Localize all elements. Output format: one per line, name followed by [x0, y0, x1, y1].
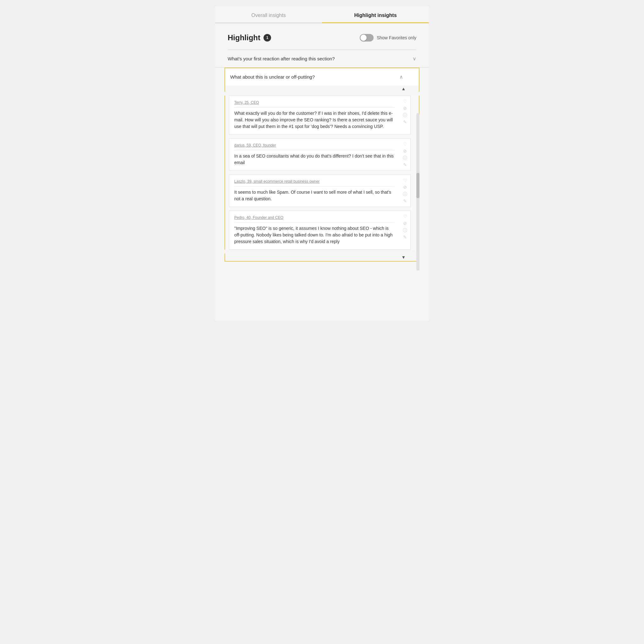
- respondent-name-2[interactable]: darius, 59, CEO, founder: [234, 143, 395, 150]
- response-text-3: It seems to much like Spam. Of course I …: [234, 189, 395, 202]
- response-card-1: Terry, 25, CEO What exactly will you do …: [229, 96, 411, 135]
- info-icon-4[interactable]: ⓘ: [403, 228, 407, 232]
- section-header: Highlight 1 Show Favorites only: [215, 33, 429, 42]
- scrollbar-thumb[interactable]: [416, 173, 419, 198]
- info-icon-1[interactable]: ⓘ: [403, 113, 407, 117]
- question-row-2[interactable]: What about this is unclear or off-puttin…: [225, 68, 419, 86]
- respondent-name-4[interactable]: Pedro, 40, Founder and CEO: [234, 215, 395, 223]
- scrollbar-track: [416, 113, 419, 270]
- response-card-3: Laszlo, 39, small ecommerce retail busin…: [229, 175, 411, 207]
- tab-highlight-label: Highlight insights: [354, 13, 397, 18]
- edit-icon-2[interactable]: ✎: [403, 163, 407, 167]
- block-icon-1[interactable]: ⊘: [403, 106, 407, 110]
- info-icon-3[interactable]: ⓘ: [403, 192, 407, 196]
- tabs-bar: Overall insights Highlight insights: [215, 6, 429, 23]
- info-icon-2[interactable]: ⓘ: [403, 156, 407, 160]
- question-text-2: What about this is unclear or off-puttin…: [230, 74, 315, 80]
- tab-highlight[interactable]: Highlight insights: [322, 6, 429, 23]
- edit-icon-4[interactable]: ✎: [403, 235, 407, 239]
- respondent-name-3[interactable]: Laszlo, 39, small ecommerce retail busin…: [234, 179, 395, 186]
- action-icons-4: ♡ ⊘ ⓘ ✎: [403, 214, 407, 239]
- highlight-title: Highlight 1: [228, 33, 271, 42]
- block-icon-2[interactable]: ⊘: [403, 149, 407, 153]
- chevron-up-icon-2: ∧: [399, 74, 403, 80]
- section-title: Highlight: [228, 33, 260, 42]
- question-text-1: What's your first reaction after reading…: [228, 56, 335, 61]
- action-icons-3: ♡ ⊘ ⓘ ✎: [403, 178, 407, 203]
- response-text-1: What exactly will you do for the custome…: [234, 110, 395, 130]
- response-text-4: "Improving SEO" is so generic, it assume…: [234, 225, 395, 245]
- scroll-down-arrow[interactable]: ▼: [401, 255, 406, 260]
- block-icon-4[interactable]: ⊘: [403, 221, 407, 225]
- count-badge: 1: [264, 34, 271, 42]
- edit-icon-3[interactable]: ✎: [403, 199, 407, 203]
- scroll-up-arrow[interactable]: ▲: [401, 86, 406, 91]
- heart-icon-1[interactable]: ♡: [403, 99, 407, 103]
- chevron-down-icon-1: ∨: [413, 56, 416, 62]
- responses-container: Terry, 25, CEO What exactly will you do …: [225, 96, 419, 250]
- response-card-2: darius, 59, CEO, founder In a sea of SEO…: [229, 138, 411, 171]
- response-card-4: Pedro, 40, Founder and CEO "Improving SE…: [229, 211, 411, 250]
- main-container: Overall insights Highlight insights High…: [215, 6, 429, 321]
- block-icon-3[interactable]: ⊘: [403, 185, 407, 189]
- heart-icon-4[interactable]: ♡: [403, 214, 407, 219]
- action-icons-1: ♡ ⊘ ⓘ ✎: [403, 99, 407, 124]
- response-text-2: In a sea of SEO consultants what do you …: [234, 153, 395, 166]
- respondent-name-1[interactable]: Terry, 25, CEO: [234, 100, 395, 108]
- tab-overall[interactable]: Overall insights: [215, 6, 322, 23]
- action-icons-2: ♡ ⊘ ⓘ ✎: [403, 142, 407, 167]
- edit-icon-1[interactable]: ✎: [403, 120, 407, 124]
- heart-icon-3[interactable]: ♡: [403, 178, 407, 182]
- heart-icon-2[interactable]: ♡: [403, 142, 407, 146]
- question-row-1[interactable]: What's your first reaction after reading…: [215, 50, 429, 68]
- favorites-toggle[interactable]: [360, 34, 374, 42]
- tab-overall-label: Overall insights: [251, 13, 286, 18]
- toggle-label: Show Favorites only: [377, 35, 416, 40]
- favorites-toggle-row: Show Favorites only: [360, 34, 416, 42]
